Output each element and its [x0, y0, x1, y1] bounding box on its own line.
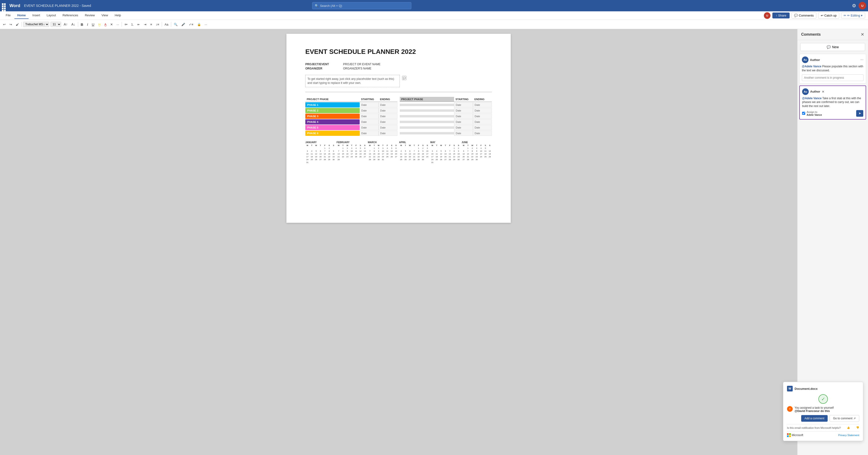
- cal-day-cell: [403, 147, 407, 150]
- cal-day-cell: 28: [368, 158, 372, 161]
- col-ending: ENDING: [378, 97, 397, 102]
- month-name-1: JANUARY: [305, 141, 336, 144]
- phase2-label: PHASE 2: [305, 108, 360, 113]
- bullets-button[interactable]: ≡•: [123, 22, 128, 27]
- cal-day-header: M: [368, 144, 372, 147]
- format-painter[interactable]: 🖌: [14, 22, 20, 27]
- clear-format-button[interactable]: ✕: [109, 22, 114, 27]
- tab-references[interactable]: References: [60, 12, 81, 19]
- ms-red-square: [787, 433, 789, 435]
- line-spacing-button[interactable]: ↕≡: [155, 22, 160, 27]
- ms-logo-squares: [787, 433, 791, 437]
- month-name-5: MAY: [430, 141, 460, 144]
- cal-day-cell: 3: [430, 150, 434, 152]
- undo-button[interactable]: ↩: [2, 22, 7, 27]
- more-format-button[interactable]: ···: [116, 22, 120, 27]
- tab-home[interactable]: Home: [14, 12, 29, 19]
- microsoft-logo: Microsoft Privacy Statement: [787, 431, 859, 437]
- document-area[interactable]: EVENT SCHEDULE PLANNER 2022 PROJECT/EVEN…: [0, 29, 797, 455]
- search-box[interactable]: 🔍 Search (Alt + Q): [312, 2, 411, 9]
- cal-day-cell: [310, 161, 314, 164]
- comment2-close-button[interactable]: ✕: [822, 90, 825, 94]
- share-button[interactable]: ↑ Share: [772, 12, 789, 19]
- cal-day-cell: 20: [408, 155, 412, 158]
- toast-add-comment-button[interactable]: Add a comment: [801, 415, 828, 422]
- cal-day-cell: 12: [314, 153, 318, 155]
- phase-r1-start: Date: [454, 102, 473, 108]
- toast-message1: You assigned a task to yourself: [795, 406, 834, 410]
- close-comments-button[interactable]: ✕: [861, 32, 864, 37]
- underline-button[interactable]: U: [91, 22, 96, 27]
- privacy-statement-link[interactable]: Privacy Statement: [838, 434, 859, 436]
- organizer-label: ORGANIZER: [305, 67, 338, 70]
- cal-day-cell: 23: [421, 155, 425, 158]
- bold-button[interactable]: B: [80, 22, 85, 27]
- decrease-font-button[interactable]: A↓: [70, 22, 76, 27]
- tab-view[interactable]: View: [99, 12, 111, 19]
- cal-day-cell: [488, 158, 492, 161]
- more-button[interactable]: ···: [204, 22, 209, 27]
- outdent-button[interactable]: ⇤: [136, 22, 141, 27]
- sensitivity-button[interactable]: 🔒: [196, 22, 202, 27]
- cal-day-cell: 8: [372, 150, 376, 152]
- phase-row-1: PHASE 1 Date Date: [305, 102, 397, 108]
- align-button[interactable]: ≡: [149, 22, 153, 27]
- tab-review[interactable]: Review: [82, 12, 98, 19]
- editing-button[interactable]: ✏ ✏ Editing ▾: [841, 12, 865, 19]
- placeholder-text[interactable]: To get started right away, just click an…: [305, 75, 400, 87]
- tab-file[interactable]: File: [3, 12, 13, 19]
- send-comment-button[interactable]: ➤: [856, 110, 863, 117]
- app-name: Word: [9, 3, 20, 8]
- cal-day-cell: 26: [390, 155, 394, 158]
- cal-day-cell: 12: [390, 150, 394, 152]
- font-size-select[interactable]: 11: [51, 22, 61, 27]
- settings-icon[interactable]: ⚙: [852, 3, 856, 8]
- italic-button[interactable]: I: [86, 22, 89, 27]
- thumbup-icon[interactable]: 👍: [847, 426, 850, 429]
- phase5-label: PHASE 5: [305, 125, 360, 130]
- toast-goto-button[interactable]: Go to comment ↗: [830, 415, 859, 422]
- add-comment-icon[interactable]: 💬: [402, 76, 406, 80]
- cal-day-cell: [354, 158, 358, 161]
- cal-day-cell: 7: [323, 150, 327, 152]
- thumbdown-icon[interactable]: 👎: [856, 426, 859, 429]
- indent-button[interactable]: ⇥: [143, 22, 148, 27]
- cal-day-cell: 10: [305, 153, 309, 155]
- assign-checkbox[interactable]: [802, 112, 805, 115]
- font-name-select[interactable]: Trebuchet MS (...: [23, 22, 49, 27]
- new-comment-button[interactable]: 💬 New: [800, 43, 865, 51]
- dictate-button[interactable]: 🎤: [180, 22, 186, 27]
- user-avatar[interactable]: U: [859, 2, 866, 9]
- cal-day-cell: 15: [341, 153, 345, 155]
- editor-button[interactable]: ✓≡: [188, 22, 194, 27]
- cal-day-cell: 22: [341, 155, 345, 158]
- tab-insert[interactable]: Insert: [30, 12, 43, 19]
- highlight-button[interactable]: H̲: [97, 22, 102, 27]
- cal-day-cell: [332, 147, 336, 150]
- tab-layout[interactable]: Layout: [44, 12, 59, 19]
- comments-button[interactable]: 💬 Comments: [792, 12, 816, 19]
- pencil-icon: ✏: [844, 14, 846, 17]
- find-button[interactable]: 🔍: [173, 22, 179, 27]
- comment1-reply-input[interactable]: [802, 74, 864, 81]
- cal-day-cell: [332, 161, 336, 164]
- phase-row-2: PHASE 2 Date Date: [305, 108, 397, 113]
- styles-button[interactable]: Aа: [163, 22, 169, 27]
- font-color-button[interactable]: A̲: [103, 22, 108, 27]
- cal-day-header: W: [408, 144, 412, 147]
- cal-day-cell: 22: [470, 155, 474, 158]
- cal-day-header: W: [345, 144, 349, 147]
- cal-day-cell: 13: [394, 150, 398, 152]
- tab-help[interactable]: Help: [112, 12, 124, 19]
- comment1-author-row: Au Author ···: [802, 57, 864, 63]
- redo-button[interactable]: ↪: [8, 22, 13, 27]
- numbering-button[interactable]: 1.: [130, 22, 135, 27]
- phase4-label: PHASE 4: [305, 119, 360, 124]
- waffle-icon[interactable]: [2, 3, 7, 8]
- comment1-more-button[interactable]: ···: [861, 58, 864, 62]
- phase-r2-start: Date: [454, 108, 473, 113]
- ribbon-actions: U ↑ Share 💬 Comments ↩ Catch up ✏ ✏ Edit…: [764, 12, 865, 19]
- increase-font-button[interactable]: A↑: [63, 22, 69, 27]
- cal-day-cell: 24: [381, 155, 385, 158]
- catchup-button[interactable]: ↩ Catch up: [818, 12, 839, 19]
